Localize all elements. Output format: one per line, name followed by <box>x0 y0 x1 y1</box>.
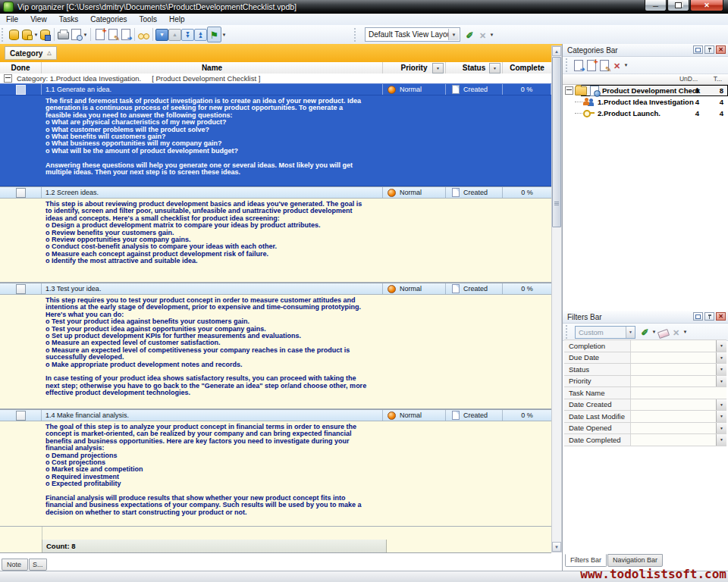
category-group-row[interactable]: Category: 1.Product Idea Investigation. … <box>0 74 551 84</box>
menu-tools[interactable]: Tools <box>133 14 163 24</box>
tab-navigation-bar[interactable]: Navigation Bar <box>607 554 663 567</box>
filter-dropdown-button[interactable] <box>716 399 726 411</box>
category-tree-item-1[interactable]: 1.Product Idea Investigation 4 4 <box>563 96 728 108</box>
column-header-done[interactable]: Done <box>0 62 42 74</box>
filter-dropdown-button[interactable] <box>716 423 726 434</box>
tab-subtasks[interactable]: S... <box>29 559 47 571</box>
scroll-down-button[interactable] <box>552 542 561 552</box>
filter-dropdown-button[interactable] <box>716 340 726 352</box>
expand-all-button[interactable] <box>181 27 194 42</box>
filter-dropdown-button[interactable] <box>716 434 726 446</box>
menu-categories[interactable]: Categories <box>84 14 133 24</box>
menu-help[interactable]: Help <box>163 14 191 24</box>
filter-preset-dropdown[interactable] <box>626 327 635 338</box>
filter-value-field[interactable] <box>631 387 726 399</box>
clear-filter-button[interactable] <box>657 325 670 340</box>
layout-dropdown[interactable] <box>489 33 494 37</box>
column-header-name[interactable]: Name <box>42 62 383 74</box>
filter-dropdown-button[interactable] <box>716 364 726 375</box>
print-preview-button[interactable] <box>70 27 83 42</box>
collapse-tree-icon[interactable] <box>565 86 573 95</box>
save-database-button[interactable] <box>39 27 52 42</box>
flag-button[interactable] <box>207 27 221 42</box>
filter-dropdown-button[interactable] <box>716 411 726 422</box>
priority-filter-dropdown[interactable] <box>432 63 444 74</box>
done-checkbox[interactable] <box>16 284 26 294</box>
scroll-up-button[interactable] <box>552 46 561 56</box>
column-header-priority[interactable]: Priority <box>383 62 446 74</box>
apply-filter-dropdown[interactable] <box>651 330 657 334</box>
task-description-1-4[interactable]: The goal of this step is to analyze your… <box>0 421 551 527</box>
new-category-button[interactable] <box>572 58 585 73</box>
edit-task-button[interactable] <box>106 27 119 42</box>
filter-value-field[interactable] <box>631 411 716 422</box>
panel-pin-icon[interactable] <box>704 45 714 54</box>
view-tasks-button[interactable] <box>137 27 150 42</box>
filters-toolbar-dropdown[interactable] <box>682 330 688 334</box>
categories-toolbar-dropdown[interactable] <box>623 63 629 67</box>
collapse-all-button[interactable] <box>194 27 207 42</box>
menu-file[interactable]: File <box>0 14 24 24</box>
total-column-header[interactable]: T... <box>714 75 722 83</box>
done-checkbox[interactable] <box>16 85 26 95</box>
open-database-button[interactable] <box>20 27 33 42</box>
panel-close-icon[interactable] <box>716 45 726 54</box>
task-description-1-2[interactable]: This step is about reviewing product dev… <box>0 199 551 283</box>
flag-dropdown[interactable] <box>221 33 227 37</box>
layout-combobox-dropdown[interactable] <box>448 29 459 40</box>
print-preview-dropdown[interactable] <box>83 33 88 37</box>
open-database-dropdown[interactable] <box>33 33 39 37</box>
category-tree-root[interactable]: Product Development Check 8 8 <box>563 85 728 96</box>
apply-filter-button[interactable] <box>639 325 651 340</box>
collapse-group-icon[interactable] <box>4 74 12 83</box>
tab-note[interactable]: Note <box>2 559 28 571</box>
menu-tasks[interactable]: Tasks <box>53 14 85 24</box>
filter-value-field[interactable] <box>631 434 716 446</box>
filter-value-field[interactable] <box>631 423 716 434</box>
group-by-category-button[interactable]: Category <box>5 46 57 60</box>
panel-pin-icon[interactable] <box>704 312 714 321</box>
scrollbar-thumb[interactable] <box>552 57 561 227</box>
filter-value-field[interactable] <box>631 399 716 411</box>
filter-value-field[interactable] <box>631 340 716 352</box>
save-layout-button[interactable] <box>463 27 476 42</box>
column-header-status[interactable]: Status <box>446 62 503 74</box>
close-button[interactable] <box>690 0 723 11</box>
status-filter-dropdown[interactable] <box>489 63 500 74</box>
delete-filter-button[interactable] <box>670 325 682 340</box>
menu-view[interactable]: View <box>24 14 53 24</box>
done-checkbox[interactable] <box>16 188 26 198</box>
filter-value-field[interactable] <box>631 376 716 387</box>
task-description-1-1[interactable]: The first and foremost task of product i… <box>0 95 551 186</box>
panel-close-icon[interactable] <box>716 312 726 321</box>
delete-category-button[interactable] <box>610 58 623 73</box>
panel-maximize-icon[interactable] <box>693 312 703 321</box>
panel-maximize-icon[interactable] <box>693 45 703 54</box>
tab-filters-bar[interactable]: Filters Bar <box>565 554 607 567</box>
edit-category-button[interactable] <box>598 58 610 73</box>
filter-value-field[interactable] <box>631 364 716 375</box>
task-row-1-3[interactable]: 1.3 Test your idea. Normal Created 0 % <box>0 283 551 295</box>
category-tree-item-2[interactable]: 2.Product Launch. 4 4 <box>563 108 728 119</box>
filter-preset-combobox[interactable]: Custom <box>575 326 635 339</box>
delete-layout-button[interactable] <box>476 27 489 42</box>
undone-column-header[interactable]: UnD... <box>679 75 698 83</box>
task-row-1-1[interactable]: 1.1 Generate an idea. Normal Created 0 % <box>0 83 551 95</box>
duplicate-task-button[interactable] <box>119 27 132 42</box>
column-header-complete[interactable]: Complete <box>503 62 551 74</box>
filter-dropdown-button[interactable] <box>716 352 726 364</box>
filter-value-field[interactable] <box>631 352 716 364</box>
move-down-button[interactable] <box>155 27 168 42</box>
task-row-1-4[interactable]: 1.4 Make financial analysis. Normal Crea… <box>0 409 551 421</box>
layout-combobox[interactable]: Default Task View Layout <box>365 27 460 42</box>
new-task-button[interactable] <box>93 27 106 42</box>
new-database-button[interactable] <box>8 27 20 42</box>
print-button[interactable] <box>57 27 70 42</box>
grid-vertical-scrollbar[interactable] <box>551 45 562 552</box>
restore-button[interactable] <box>667 0 689 11</box>
filter-dropdown-button[interactable] <box>716 376 726 387</box>
task-description-1-3[interactable]: This step requires you to test your prod… <box>0 295 551 409</box>
new-subcategory-button[interactable] <box>585 58 598 73</box>
task-row-1-2[interactable]: 1.2 Screen ideas. Normal Created 0 % <box>0 186 551 199</box>
done-checkbox[interactable] <box>16 411 26 421</box>
